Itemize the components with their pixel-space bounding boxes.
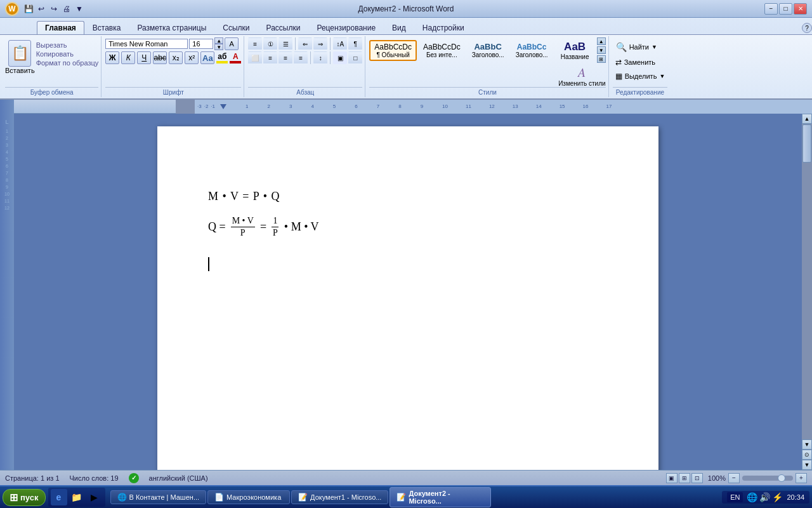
change-styles-button[interactable]: 𝐴 Изменить стили (558, 65, 605, 87)
replace-button[interactable]: ⇄ Заменить (613, 57, 668, 68)
increase-indent-button[interactable]: ⇒ (313, 37, 327, 50)
scroll-thumb[interactable] (802, 124, 811, 163)
style-heading2[interactable]: AaBbCc Заголово... (511, 40, 553, 61)
title-bar: W 💾 ↩ ↪ 🖨 ▼ Документ2 - Microsoft Word −… (0, 0, 812, 18)
font-color-button[interactable]: А (230, 52, 241, 64)
qa-dropdown-button[interactable]: ▼ (74, 3, 85, 15)
format-painter-button[interactable]: Формат по образцу (36, 59, 99, 67)
scroll-up-button[interactable]: ▲ (802, 114, 812, 124)
borders-button[interactable]: □ (348, 51, 362, 64)
bullets-button[interactable]: ≡ (248, 37, 262, 50)
print-button[interactable]: 🖨 (61, 3, 72, 15)
find-button[interactable]: 🔍 Найти ▼ (613, 40, 668, 54)
strikethrough-button[interactable]: abc (153, 51, 167, 64)
zoom-slider-thumb[interactable] (778, 474, 785, 482)
taskbar-media-icon[interactable]: ▶ (86, 489, 103, 505)
zoom-in-button[interactable]: + (796, 473, 807, 483)
help-button[interactable]: ? (802, 23, 812, 33)
select-button[interactable]: ▦ Выделить ▼ (613, 70, 668, 82)
window-title: Документ2 - Microsoft Word (358, 4, 454, 13)
multilevel-list-button[interactable]: ☰ (278, 37, 292, 50)
taskbar-app-vkontakte[interactable]: 🌐 В Контакте | Машен... (110, 490, 207, 504)
italic-button[interactable]: К (121, 51, 135, 64)
taskbar-app-doc2[interactable]: 📝 Документ2 - Microso... (390, 487, 491, 507)
font-size-input[interactable] (189, 39, 213, 49)
subscript-button[interactable]: x₂ (169, 51, 183, 64)
tab-page-layout[interactable]: Разметка страницы (129, 21, 214, 34)
shading-button[interactable]: ▣ (333, 51, 347, 64)
document-page[interactable]: M • V = P • Q Q = M • V P = 1 (157, 126, 658, 470)
formula2-fraction1: M • V P (231, 216, 255, 238)
text-effects-button[interactable]: Аа (200, 51, 214, 64)
clear-format-button[interactable]: A (225, 37, 239, 50)
font-size-decrease[interactable]: ▼ (214, 44, 223, 50)
next-page-button[interactable]: ▼ (802, 460, 812, 470)
formula2-equals2: = (260, 220, 266, 234)
title-bar-left: W 💾 ↩ ↪ 🖨 ▼ (5, 2, 88, 16)
font-size-increase[interactable]: ▲ (214, 37, 223, 44)
align-center-button[interactable]: ≡ (263, 51, 277, 64)
tab-review[interactable]: Рецензирование (308, 21, 384, 34)
numbering-button[interactable]: ① (263, 37, 277, 50)
start-button[interactable]: ⊞ пуск (3, 489, 46, 506)
scroll-track[interactable] (802, 124, 812, 439)
styles-up-button[interactable]: ▲ (597, 37, 606, 45)
justify-button[interactable]: ≡ (294, 51, 308, 64)
font-name-input[interactable] (105, 39, 188, 49)
decrease-indent-button[interactable]: ⇐ (298, 37, 312, 50)
taskbar-folder-icon[interactable]: 📁 (69, 489, 85, 505)
save-button[interactable]: 💾 (23, 3, 34, 15)
vertical-scrollbar[interactable]: ▲ ▼ ⊙ ▼ (802, 114, 812, 470)
align-right-button[interactable]: ≡ (278, 51, 292, 64)
zoom-out-button[interactable]: − (728, 473, 740, 483)
scroll-down-button[interactable]: ▼ (802, 439, 812, 450)
line-spacing-button[interactable]: ↕ (313, 51, 327, 64)
redo-button[interactable]: ↪ (48, 3, 60, 15)
spellcheck-icon[interactable]: ✓ (129, 473, 139, 483)
window-controls: − □ ✕ (764, 3, 807, 15)
paste-button[interactable]: 📋 Вставить (5, 40, 35, 74)
align-left-button[interactable]: ⬜ (248, 51, 262, 64)
font-section: ▲ ▼ A Ж К Ч abc x₂ x² Аа аб (103, 36, 244, 97)
styles-down-button[interactable]: ▼ (597, 46, 606, 54)
undo-button[interactable]: ↩ (36, 3, 47, 15)
show-paragraph-button[interactable]: ¶ (348, 37, 362, 50)
formula-area: M • V = P • Q Q = M • V P = 1 (208, 190, 608, 271)
close-button[interactable]: ✕ (794, 3, 807, 15)
document-area: ·3 ·2 ·1 1 2 3 4 5 6 7 8 9 10 11 12 13 1… (14, 100, 812, 470)
tab-view[interactable]: Вид (384, 21, 414, 34)
tab-home[interactable]: Главная (37, 21, 84, 34)
print-layout-button[interactable]: ▣ (666, 473, 678, 483)
taskbar-app-macroeconomics[interactable]: 📄 Макроэкономика (207, 490, 290, 504)
style-title[interactable]: AaB Название (554, 38, 596, 63)
zoom-slider[interactable] (742, 476, 793, 481)
styles-expand-button[interactable]: ⊞ (597, 55, 606, 63)
select-browse-object-button[interactable]: ⊙ (802, 450, 812, 460)
highlight-button[interactable]: аб (216, 52, 228, 64)
underline-button[interactable]: Ч (137, 51, 151, 64)
superscript-button[interactable]: x² (185, 51, 199, 64)
minimize-button[interactable]: − (764, 3, 778, 15)
language-indicator[interactable]: EN (727, 492, 743, 502)
tab-insert[interactable]: Вставка (84, 21, 129, 34)
tab-addins[interactable]: Надстройки (414, 21, 473, 34)
copy-button[interactable]: Копировать (36, 50, 99, 58)
style-heading1[interactable]: AaBbC Заголово... (467, 39, 509, 61)
para-row1: ≡ ① ☰ ⇐ ⇒ ↕A ¶ (248, 37, 362, 50)
fraction2-numerator: 1 (272, 216, 278, 227)
fraction2-denominator: P (272, 227, 279, 238)
style-no-spacing[interactable]: AaBbCcDc Без инте... (418, 40, 466, 61)
tab-references[interactable]: Ссылки (214, 21, 258, 34)
bold-button[interactable]: Ж (105, 51, 119, 64)
restore-button[interactable]: □ (779, 3, 792, 15)
sort-button[interactable]: ↕A (333, 37, 347, 50)
office-logo[interactable]: W (5, 2, 19, 16)
style-normal[interactable]: AaBbCcDc ¶ Обычный (369, 40, 417, 61)
web-layout-button[interactable]: ⊡ (691, 473, 703, 483)
full-screen-button[interactable]: ⊞ (679, 473, 690, 483)
doc-scroll[interactable]: M • V = P • Q Q = M • V P = 1 (14, 114, 802, 470)
tab-mailings[interactable]: Рассылки (258, 21, 309, 34)
taskbar-ie-icon[interactable]: e (51, 489, 67, 505)
cut-button[interactable]: Вырезать (36, 41, 99, 49)
taskbar-app-doc1[interactable]: 📝 Документ1 - Microso... (291, 490, 388, 504)
